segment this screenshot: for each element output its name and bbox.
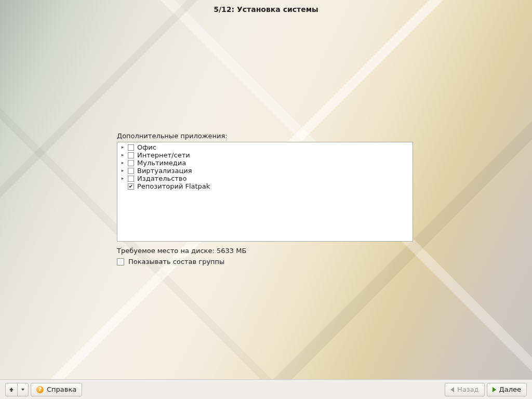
show-group-contents-checkbox[interactable]: [117, 258, 124, 265]
options-up-button[interactable]: [5, 383, 17, 396]
expand-arrow-icon[interactable]: ▸: [119, 143, 126, 151]
options-split-button: [5, 383, 29, 396]
help-icon: ?: [36, 386, 44, 393]
next-arrow-icon: [493, 387, 496, 392]
required-disk-space: Требуемое место на диске: 5633 МБ: [117, 247, 415, 255]
app-group-row[interactable]: ▸Мультимедиа: [119, 159, 410, 167]
chevron-down-icon: [21, 388, 25, 392]
bottom-toolbar: ? Справка Назад Далее: [0, 379, 532, 399]
app-group-label: Офис: [137, 143, 156, 151]
main-content: Дополнительные приложения: ▸Офис▸Интерне…: [117, 132, 415, 265]
back-button-label: Назад: [457, 385, 479, 393]
expand-arrow-icon[interactable]: ▸: [119, 159, 126, 167]
app-group-checkbox[interactable]: [128, 176, 134, 182]
app-group-row[interactable]: ▸Издательство: [119, 175, 410, 182]
next-button[interactable]: Далее: [487, 383, 527, 396]
app-group-row[interactable]: ▸Офис: [119, 143, 410, 151]
app-group-checkbox[interactable]: [128, 152, 134, 158]
app-group-label: Репозиторий Flatpak: [137, 182, 210, 190]
expand-arrow-icon[interactable]: ▸: [119, 175, 126, 182]
expand-arrow-icon[interactable]: ▸: [119, 167, 126, 175]
back-arrow-icon: [450, 387, 454, 392]
app-group-row[interactable]: ▸Виртуализация: [119, 167, 410, 175]
show-group-contents-label: Показывать состав группы: [128, 258, 224, 265]
arrow-up-icon: [9, 387, 14, 392]
help-button-label: Справка: [47, 385, 76, 393]
app-group-checkbox[interactable]: [128, 160, 134, 166]
step-title: 5/12: Установка системы: [0, 5, 532, 14]
additional-apps-label: Дополнительные приложения:: [117, 132, 415, 140]
show-group-contents-row: Показывать состав группы: [117, 258, 415, 265]
back-button[interactable]: Назад: [445, 383, 485, 396]
app-group-row[interactable]: ▸Интернет/сети: [119, 151, 410, 159]
app-group-label: Интернет/сети: [137, 151, 190, 159]
app-group-checkbox[interactable]: [128, 183, 134, 190]
options-dropdown-button[interactable]: [17, 383, 29, 396]
next-button-label: Далее: [499, 385, 521, 393]
app-group-label: Виртуализация: [137, 167, 192, 175]
expand-arrow-icon[interactable]: ▸: [119, 151, 126, 159]
additional-apps-listbox[interactable]: ▸Офис▸Интернет/сети▸Мультимедиа▸Виртуали…: [117, 142, 413, 242]
app-group-label: Мультимедиа: [137, 159, 186, 167]
help-button[interactable]: ? Справка: [31, 383, 82, 396]
app-group-row[interactable]: Репозиторий Flatpak: [119, 182, 410, 190]
app-group-checkbox[interactable]: [128, 144, 134, 151]
app-group-checkbox[interactable]: [128, 168, 134, 174]
app-group-label: Издательство: [137, 175, 187, 182]
